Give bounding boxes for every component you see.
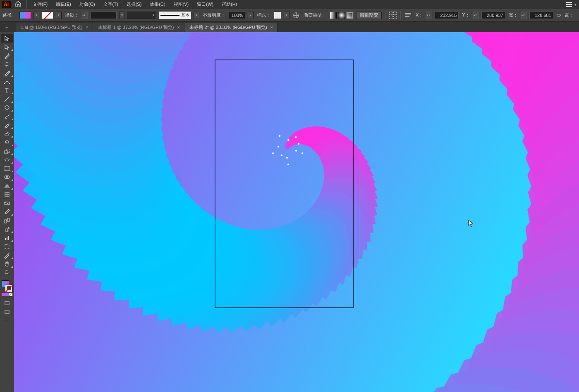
- close-icon[interactable]: ×: [177, 25, 179, 30]
- rotate-tool[interactable]: [1, 138, 13, 147]
- magic-wand-tool[interactable]: [1, 51, 13, 60]
- artboard-tool[interactable]: [1, 242, 13, 251]
- anchor-point[interactable]: [281, 154, 283, 157]
- document-tab[interactable]: 1.ai @ 150% (RGB/GPU 预览)×: [16, 23, 93, 32]
- shape-builder-tool[interactable]: [1, 173, 13, 181]
- direct-selection-tool[interactable]: [1, 43, 13, 51]
- tabbar-expand-icon[interactable]: »: [2, 23, 12, 31]
- curvature-tool[interactable]: [1, 77, 13, 86]
- menu-help[interactable]: 帮助(H): [218, 0, 240, 8]
- svg-rect-25: [5, 310, 9, 314]
- svg-rect-7: [5, 166, 9, 171]
- workspace[interactable]: [14, 32, 579, 392]
- h-label: 高：: [564, 12, 575, 18]
- gradient-tool[interactable]: [1, 199, 13, 207]
- w-input[interactable]: 128.681: [529, 12, 553, 19]
- type-tool[interactable]: T: [1, 86, 13, 95]
- zoom-tool[interactable]: [1, 268, 13, 277]
- x-stepper[interactable]: ▴▾: [426, 12, 432, 19]
- menu-view[interactable]: 视图(V): [170, 0, 192, 8]
- graphic-style-swatch[interactable]: [274, 12, 281, 19]
- eyedropper-tool[interactable]: [1, 207, 13, 216]
- shaper-tool[interactable]: [1, 121, 13, 129]
- width-tool[interactable]: [1, 155, 13, 164]
- line-tool[interactable]: [1, 95, 13, 103]
- y-input[interactable]: 280.937: [481, 12, 505, 19]
- column-graph-tool[interactable]: [1, 233, 13, 242]
- menu-type[interactable]: 文字(T): [100, 0, 122, 8]
- perspective-grid-tool[interactable]: [1, 181, 13, 190]
- stroke-dropdown[interactable]: ▾: [56, 12, 62, 19]
- color-mode-row[interactable]: [2, 293, 12, 296]
- stroke-weight-stepper[interactable]: ▴▾: [82, 12, 88, 19]
- fill-dropdown[interactable]: ▾: [33, 12, 39, 19]
- rectangle-tool[interactable]: [1, 103, 13, 112]
- style-dropdown[interactable]: ▾: [284, 12, 290, 19]
- scale-tool[interactable]: [1, 147, 13, 155]
- screen-mode-icon[interactable]: [1, 299, 13, 307]
- mesh-tool[interactable]: [1, 190, 13, 199]
- anchor-point[interactable]: [287, 164, 290, 166]
- canvas[interactable]: [14, 32, 579, 392]
- linear-gradient-icon[interactable]: [330, 12, 337, 19]
- edit-toolbar-icon[interactable]: ⋯: [1, 316, 13, 325]
- anchor-point[interactable]: [272, 152, 274, 154]
- lasso-tool[interactable]: [1, 60, 13, 69]
- stroke-label: 描边：: [64, 12, 79, 18]
- recolor-artwork-icon[interactable]: [292, 11, 300, 19]
- anchor-point[interactable]: [295, 150, 297, 152]
- x-input[interactable]: 232.915: [435, 12, 459, 19]
- anchor-point[interactable]: [286, 157, 288, 159]
- blend-tool[interactable]: [1, 216, 13, 225]
- y-stepper[interactable]: ▴▾: [473, 12, 479, 19]
- brush-definition[interactable]: 基本: [159, 12, 191, 19]
- opacity-dropdown[interactable]: ▸: [248, 12, 254, 19]
- anchor-point[interactable]: [295, 136, 297, 138]
- gradient-type-buttons[interactable]: [330, 12, 354, 19]
- w-stepper[interactable]: ▴▾: [521, 12, 527, 19]
- selection-tool[interactable]: [1, 34, 13, 43]
- menu-file[interactable]: 文件(F): [29, 0, 51, 8]
- slice-tool[interactable]: [1, 251, 13, 259]
- document-tab[interactable]: 未标题-2* @ 33.33% (RGB/GPU 预览)×: [184, 23, 278, 32]
- menu-object[interactable]: 对象(O): [76, 0, 98, 8]
- anchor-point[interactable]: [278, 146, 280, 148]
- stroke-weight-dropdown[interactable]: ▾: [119, 12, 125, 19]
- fill-swatch[interactable]: [19, 12, 31, 19]
- freeform-gradient-icon[interactable]: [346, 12, 354, 19]
- workspace-switcher-icon[interactable]: [566, 2, 572, 7]
- close-icon[interactable]: ×: [86, 25, 88, 30]
- opacity-input[interactable]: 100%: [229, 12, 245, 19]
- gradient-type-label: 渐变类型：: [303, 12, 327, 18]
- document-tab[interactable]: 未标题-1 @ 37.28% (RGB/GPU 预览)×: [93, 23, 184, 32]
- anchor-point[interactable]: [287, 139, 290, 141]
- link-wh-icon[interactable]: [556, 12, 562, 19]
- transform-panel-icon[interactable]: [404, 11, 412, 19]
- free-transform-tool[interactable]: [1, 164, 13, 173]
- symbol-sprayer-tool[interactable]: [1, 225, 13, 233]
- paintbrush-tool[interactable]: [1, 112, 13, 121]
- stroke-swatch[interactable]: [42, 12, 53, 19]
- close-icon[interactable]: ×: [270, 25, 273, 30]
- svg-point-0: [5, 62, 9, 66]
- fill-stroke-proxy[interactable]: [1, 280, 13, 292]
- edit-gradient-button[interactable]: 编辑渐变: [356, 12, 382, 19]
- hand-tool[interactable]: [1, 259, 13, 268]
- anchor-point[interactable]: [298, 143, 300, 145]
- menu-effect[interactable]: 效果(C): [146, 0, 168, 8]
- menu-edit[interactable]: 编辑(E): [53, 0, 74, 8]
- pen-tool[interactable]: [1, 69, 13, 77]
- radial-gradient-icon[interactable]: [338, 12, 345, 19]
- menu-select[interactable]: 选择(S): [123, 0, 145, 8]
- anchor-point[interactable]: [279, 135, 281, 137]
- chevron-down-icon[interactable]: ▾: [574, 2, 577, 7]
- menu-window[interactable]: 窗口(W): [194, 0, 217, 8]
- align-panel-icon[interactable]: [389, 11, 397, 19]
- eraser-tool[interactable]: [1, 129, 13, 138]
- anchor-point[interactable]: [301, 152, 304, 154]
- brush-dropdown[interactable]: ▾: [194, 12, 199, 19]
- stroke-weight-input[interactable]: [90, 12, 117, 19]
- change-screen-icon[interactable]: [1, 307, 13, 316]
- var-width-profile[interactable]: ▾: [127, 12, 156, 19]
- home-icon[interactable]: [12, 0, 24, 8]
